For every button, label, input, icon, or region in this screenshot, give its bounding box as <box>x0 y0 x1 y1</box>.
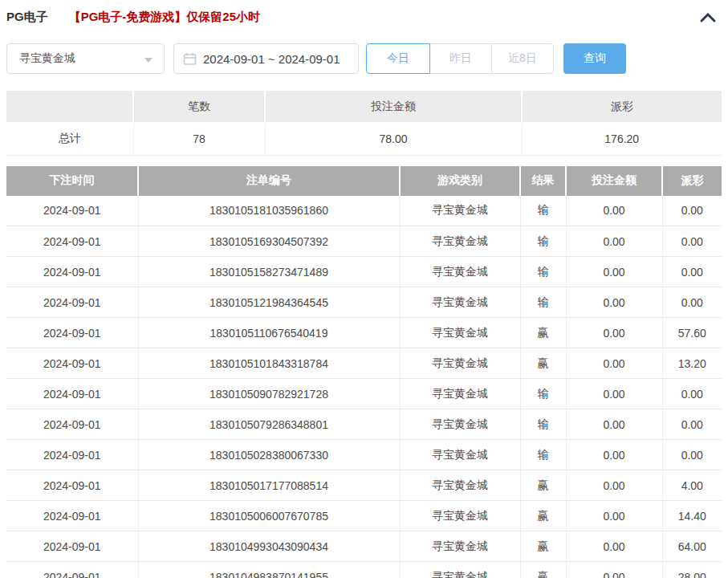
topbar: PG电子 【PG电子-免费游戏】仅保留25小时 <box>6 0 722 25</box>
filter-bar: 寻宝黄金城 2024-09-01 ~ 2024-09-01 今日 昨日 近8日 … <box>6 43 722 74</box>
table-cell: 1830105006007670785 <box>138 501 400 531</box>
chevron-up-icon <box>699 10 717 25</box>
col-header-game-type: 游戏类别 <box>400 166 520 196</box>
table-cell: 1830105110676540419 <box>138 318 400 348</box>
table-cell: 1830105079286348801 <box>138 409 400 440</box>
table-cell: 0.00 <box>566 257 662 287</box>
table-cell: 寻宝黄金城 <box>400 562 520 578</box>
table-row: 2024-09-011830105006007670785寻宝黄金城赢0.001… <box>6 501 722 531</box>
table-cell: 0.00 <box>566 409 662 440</box>
table-cell: 0.00 <box>566 379 662 409</box>
table-cell: 2024-09-01 <box>6 409 138 440</box>
table-row: 2024-09-011830105101843318784寻宝黄金城赢0.001… <box>6 348 722 379</box>
quick-date-group: 今日 昨日 近8日 <box>366 43 554 74</box>
collapse-button[interactable] <box>699 10 717 25</box>
today-button[interactable]: 今日 <box>366 43 430 74</box>
table-cell: 0.00 <box>662 226 722 257</box>
notice-text: 【PG电子-免费游戏】仅保留25小时 <box>69 10 260 25</box>
table-cell: 2024-09-01 <box>6 196 138 226</box>
last-8-days-button[interactable]: 近8日 <box>491 43 554 74</box>
table-cell: 1830105101843318784 <box>138 348 400 379</box>
table-cell: 0.00 <box>566 226 662 257</box>
date-range-input[interactable]: 2024-09-01 ~ 2024-09-01 <box>173 43 359 74</box>
table-cell: 0.00 <box>566 348 662 379</box>
table-cell: 1830105017177088514 <box>138 470 400 501</box>
table-cell: 寻宝黄金城 <box>400 348 520 379</box>
table-cell: 寻宝黄金城 <box>400 470 520 501</box>
table-row: 2024-09-011830105181035961860寻宝黄金城输0.000… <box>6 196 722 226</box>
caret-down-icon <box>144 58 153 63</box>
table-cell: 0.00 <box>566 318 662 348</box>
table-cell: 0.00 <box>566 562 662 578</box>
table-cell: 寻宝黄金城 <box>400 287 520 318</box>
table-cell: 0.00 <box>662 379 722 409</box>
table-cell: 寻宝黄金城 <box>400 440 520 470</box>
table-cell: 赢 <box>520 531 566 562</box>
table-cell: 2024-09-01 <box>6 379 138 409</box>
table-cell: 输 <box>520 257 566 287</box>
game-select[interactable]: 寻宝黄金城 <box>6 43 165 74</box>
table-cell: 输 <box>520 287 566 318</box>
table-cell: 寻宝黄金城 <box>400 257 520 287</box>
table-cell: 0.00 <box>566 196 662 226</box>
table-cell: 2024-09-01 <box>6 257 138 287</box>
table-cell: 输 <box>520 409 566 440</box>
table-cell: 寻宝黄金城 <box>400 196 520 226</box>
table-cell: 1830105090782921728 <box>138 379 400 409</box>
table-cell: 2024-09-01 <box>6 348 138 379</box>
table-row: 2024-09-011830105110676540419寻宝黄金城赢0.005… <box>6 318 722 348</box>
table-cell: 2024-09-01 <box>6 501 138 531</box>
table-cell: 0.00 <box>662 409 722 440</box>
summary-total-payout: 176.20 <box>522 123 722 155</box>
table-cell: 1830104993043090434 <box>138 531 400 562</box>
table-cell: 28.00 <box>662 562 722 578</box>
table-cell: 寻宝黄金城 <box>400 501 520 531</box>
records-table-body: 2024-09-011830105181035961860寻宝黄金城输0.000… <box>6 196 722 578</box>
table-cell: 赢 <box>520 562 566 578</box>
table-cell: 0.00 <box>662 440 722 470</box>
calendar-icon <box>183 52 197 66</box>
table-cell: 0.00 <box>662 196 722 226</box>
table-cell: 14.40 <box>662 501 722 531</box>
summary-col-count: 笔数 <box>133 91 265 123</box>
table-row: 2024-09-011830104993043090434寻宝黄金城赢0.006… <box>6 531 722 562</box>
summary-total-bet-amount: 78.00 <box>265 123 522 155</box>
table-row: 2024-09-011830105028380067330寻宝黄金城输0.000… <box>6 440 722 470</box>
col-header-bet-time: 下注时间 <box>6 166 138 196</box>
table-cell: 寻宝黄金城 <box>400 226 520 257</box>
table-cell: 输 <box>520 440 566 470</box>
summary-col-bet-amount: 投注金额 <box>265 91 522 123</box>
table-row: 2024-09-011830105090782921728寻宝黄金城输0.000… <box>6 379 722 409</box>
table-cell: 57.60 <box>662 318 722 348</box>
table-cell: 赢 <box>520 348 566 379</box>
table-cell: 2024-09-01 <box>6 470 138 501</box>
summary-col-blank <box>6 91 133 123</box>
date-range-value: 2024-09-01 ~ 2024-09-01 <box>203 52 340 66</box>
table-cell: 赢 <box>520 318 566 348</box>
table-cell: 4.00 <box>662 470 722 501</box>
table-cell: 1830104983870141955 <box>138 562 400 578</box>
summary-col-payout: 派彩 <box>522 91 722 123</box>
table-cell: 0.00 <box>566 501 662 531</box>
table-cell: 0.00 <box>662 287 722 318</box>
summary-total-row: 总计 78 78.00 176.20 <box>6 123 722 155</box>
table-cell: 2024-09-01 <box>6 226 138 257</box>
table-row: 2024-09-011830105169304507392寻宝黄金城输0.000… <box>6 226 722 257</box>
table-cell: 64.00 <box>662 531 722 562</box>
query-button[interactable]: 查询 <box>563 43 626 74</box>
table-cell: 1830105169304507392 <box>138 226 400 257</box>
col-header-payout: 派彩 <box>662 166 722 196</box>
table-row: 2024-09-011830105017177088514寻宝黄金城赢0.004… <box>6 470 722 501</box>
page-title: PG电子 <box>6 10 48 25</box>
summary-header-row: 笔数 投注金额 派彩 <box>6 91 722 123</box>
col-header-bet-amount: 投注金额 <box>566 166 662 196</box>
yesterday-button[interactable]: 昨日 <box>429 43 492 74</box>
summary-total-count: 78 <box>133 123 265 155</box>
table-cell: 2024-09-01 <box>6 287 138 318</box>
table-cell: 13.20 <box>662 348 722 379</box>
table-cell: 输 <box>520 226 566 257</box>
table-cell: 寻宝黄金城 <box>400 409 520 440</box>
table-row: 2024-09-011830105158273471489寻宝黄金城输0.000… <box>6 257 722 287</box>
table-cell: 赢 <box>520 470 566 501</box>
table-cell: 1830105121984364545 <box>138 287 400 318</box>
